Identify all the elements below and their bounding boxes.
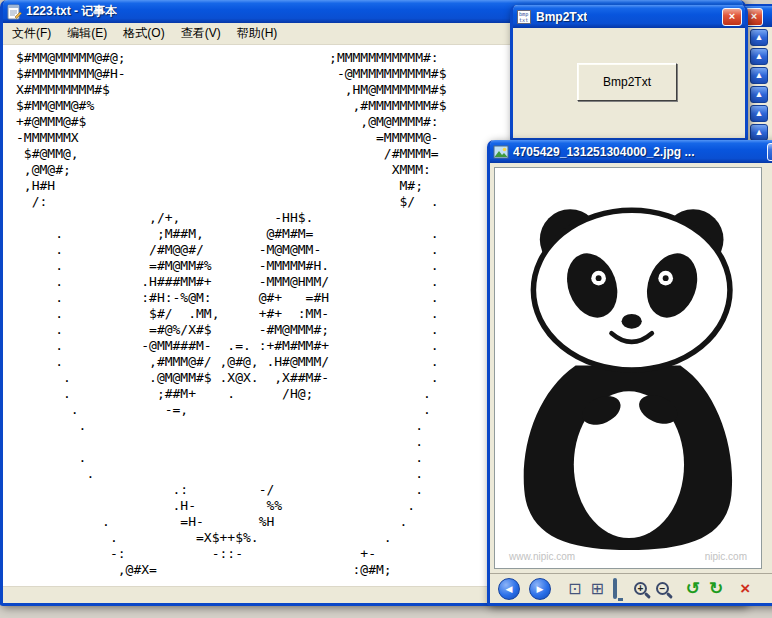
- viewer-body: www.nipic.com nipic.com: [490, 163, 772, 573]
- watermark-left: www.nipic.com: [509, 551, 575, 562]
- delete-button[interactable]: ×: [740, 580, 750, 597]
- zoom-in-button[interactable]: +: [634, 582, 647, 595]
- up-arrow-icon: ▲: [755, 33, 764, 42]
- scroll-up-button[interactable]: ▲: [750, 124, 768, 141]
- scroll-up-button[interactable]: ▲: [750, 86, 768, 103]
- desktop: 1223.txt - 记事本 文件(F) 编辑(E) 格式(O) 查看(V) 帮…: [0, 0, 772, 618]
- scroll-up-button[interactable]: ▲: [750, 105, 768, 122]
- panda-image: [504, 184, 752, 556]
- notepad-icon: [6, 4, 22, 20]
- zoom-out-icon: −: [659, 583, 665, 594]
- svg-text:txt: txt: [519, 17, 528, 23]
- up-arrow-icon: ▲: [755, 90, 764, 99]
- bmp2txt-titlebar[interactable]: bmp txt Bmp2Txt ×: [513, 5, 745, 28]
- previous-image-button[interactable]: ◀: [498, 578, 520, 600]
- bmp2txt-icon: bmp txt: [516, 9, 532, 25]
- scroll-up-button[interactable]: ▲: [750, 48, 768, 65]
- menu-edit[interactable]: 编辑(E): [60, 23, 114, 44]
- up-arrow-icon: ▲: [755, 71, 764, 80]
- menu-format[interactable]: 格式(O): [116, 23, 171, 44]
- watermark-right: nipic.com: [705, 551, 747, 562]
- image-canvas: www.nipic.com nipic.com: [494, 167, 762, 569]
- image-file-icon: [493, 144, 509, 160]
- viewer-titlebar[interactable]: 4705429_131251304000_2.jpg ... _ □: [490, 140, 772, 163]
- notepad-title: 1223.txt - 记事本: [26, 3, 117, 20]
- next-icon: ▶: [537, 584, 544, 594]
- bmp2txt-convert-button[interactable]: Bmp2Txt: [577, 63, 677, 101]
- image-viewer-window: 4705429_131251304000_2.jpg ... _ □: [487, 140, 772, 606]
- scroll-up-button[interactable]: ▲: [750, 67, 768, 84]
- previous-icon: ◀: [506, 584, 513, 594]
- zoom-in-icon: +: [637, 583, 643, 594]
- slideshow-button[interactable]: [613, 581, 617, 597]
- viewer-toolbar: ◀ ▶ ⊡ ⊞ + − ↺ ↻ ×: [490, 573, 772, 603]
- bmp2txt-body: Bmp2Txt: [513, 28, 745, 138]
- scroll-up-button[interactable]: ▲: [750, 29, 768, 46]
- rotate-clockwise-button[interactable]: ↻: [709, 580, 723, 597]
- slideshow-monitor-icon: [613, 578, 617, 599]
- close-icon[interactable]: ×: [722, 8, 742, 26]
- menu-help[interactable]: 帮助(H): [230, 23, 285, 44]
- viewer-title: 4705429_131251304000_2.jpg ...: [513, 145, 695, 159]
- best-fit-button[interactable]: ⊡: [568, 581, 581, 597]
- menu-view[interactable]: 查看(V): [174, 23, 228, 44]
- actual-size-button[interactable]: ⊞: [590, 581, 603, 597]
- next-image-button[interactable]: ▶: [529, 578, 551, 600]
- zoom-out-button[interactable]: −: [656, 582, 669, 595]
- menu-file[interactable]: 文件(F): [5, 23, 58, 44]
- minimize-icon[interactable]: _: [767, 143, 772, 161]
- up-arrow-icon: ▲: [755, 52, 764, 61]
- up-arrow-icon: ▲: [755, 128, 764, 137]
- bmp2txt-title: Bmp2Txt: [536, 10, 587, 24]
- bmp2txt-window: bmp txt Bmp2Txt × Bmp2Txt: [510, 5, 748, 141]
- background-window-titlebar[interactable]: ×: [744, 6, 772, 27]
- background-window-scroll-column: ▲ ▲ ▲ ▲ ▲ ▲: [744, 27, 772, 143]
- up-arrow-icon: ▲: [755, 109, 764, 118]
- rotate-counterclockwise-button[interactable]: ↺: [686, 580, 700, 597]
